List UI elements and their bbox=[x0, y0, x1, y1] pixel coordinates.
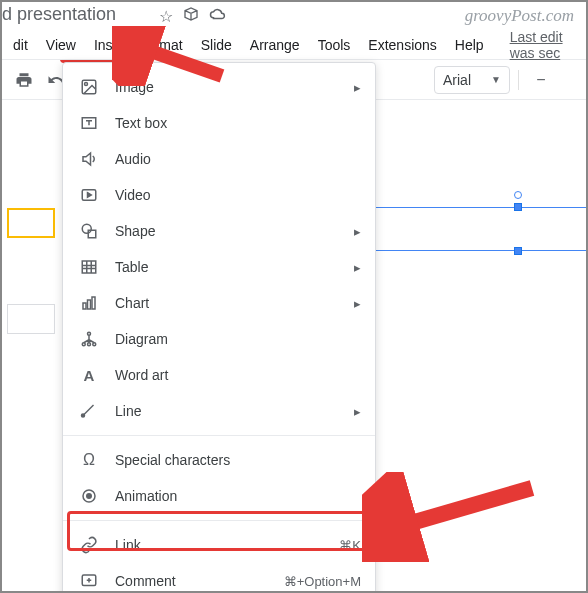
svg-rect-8 bbox=[88, 300, 91, 309]
title-row: d presentation ☆ groovyPost.com bbox=[2, 2, 586, 30]
menu-item-label: Video bbox=[115, 187, 361, 203]
image-icon bbox=[79, 77, 99, 97]
menu-edit[interactable]: dit bbox=[4, 33, 37, 57]
svg-rect-5 bbox=[88, 230, 96, 238]
svg-rect-9 bbox=[92, 297, 95, 309]
resize-handle[interactable] bbox=[514, 247, 522, 255]
menu-item-label: Audio bbox=[115, 151, 361, 167]
selection-edge bbox=[357, 207, 587, 208]
menu-item-diagram[interactable]: Diagram bbox=[63, 321, 375, 357]
move-icon[interactable] bbox=[183, 6, 199, 26]
menu-separator bbox=[63, 520, 375, 521]
menu-view[interactable]: View bbox=[37, 33, 85, 57]
menu-item-shape[interactable]: Shape▸ bbox=[63, 213, 375, 249]
chevron-down-icon: ▼ bbox=[491, 74, 501, 85]
menu-item-label: Line bbox=[115, 403, 354, 419]
animation-icon bbox=[79, 486, 99, 506]
submenu-arrow-icon: ▸ bbox=[354, 404, 361, 419]
resize-handle[interactable] bbox=[514, 203, 522, 211]
watermark: groovyPost.com bbox=[465, 6, 574, 26]
slide-thumbnail[interactable] bbox=[7, 304, 55, 334]
menu-item-label: Chart bbox=[115, 295, 354, 311]
font-selector[interactable]: Arial ▼ bbox=[434, 66, 510, 94]
menu-item-chart[interactable]: Chart▸ bbox=[63, 285, 375, 321]
submenu-arrow-icon: ▸ bbox=[354, 224, 361, 239]
audio-icon bbox=[79, 149, 99, 169]
star-icon[interactable]: ☆ bbox=[159, 7, 173, 26]
decrease-icon[interactable]: − bbox=[527, 66, 555, 94]
menu-slide[interactable]: Slide bbox=[192, 33, 241, 57]
shape-icon bbox=[79, 221, 99, 241]
svg-point-4 bbox=[82, 224, 91, 233]
submenu-arrow-icon: ▸ bbox=[354, 80, 361, 95]
comment-icon bbox=[79, 571, 99, 591]
svg-point-10 bbox=[88, 332, 91, 335]
menu-item-special-characters[interactable]: ΩSpecial characters bbox=[63, 442, 375, 478]
svg-point-12 bbox=[88, 343, 91, 346]
last-edit-link[interactable]: Last edit was sec bbox=[501, 25, 586, 65]
special-chars-icon: Ω bbox=[79, 450, 99, 470]
chart-icon bbox=[79, 293, 99, 313]
svg-point-11 bbox=[82, 343, 85, 346]
submenu-arrow-icon: ▸ bbox=[354, 260, 361, 275]
font-name: Arial bbox=[443, 72, 471, 88]
slide-thumbnail[interactable] bbox=[7, 208, 55, 238]
diagram-icon bbox=[79, 329, 99, 349]
menu-shortcut: ⌘K bbox=[339, 538, 361, 553]
doc-title[interactable]: d presentation bbox=[2, 4, 116, 25]
wordart-icon: A bbox=[79, 365, 99, 385]
menu-shortcut: ⌘+Option+M bbox=[284, 574, 361, 589]
menu-item-label: Word art bbox=[115, 367, 361, 383]
cloud-icon[interactable] bbox=[209, 7, 227, 25]
menubar: dit View Insert ormat Slide Arrange Tool… bbox=[2, 30, 586, 60]
thumbnail-strip bbox=[4, 102, 59, 589]
menu-insert[interactable]: Insert bbox=[85, 33, 138, 57]
textbox-icon bbox=[79, 113, 99, 133]
svg-rect-7 bbox=[83, 303, 86, 309]
slide-canvas[interactable]: ox bbox=[377, 102, 584, 589]
menu-item-link[interactable]: Link⌘K bbox=[63, 527, 375, 563]
print-icon[interactable] bbox=[10, 66, 38, 94]
menu-extensions[interactable]: Extensions bbox=[359, 33, 445, 57]
menu-item-label: Comment bbox=[115, 573, 284, 589]
menu-item-label: Shape bbox=[115, 223, 354, 239]
selected-textbox[interactable]: ox bbox=[357, 207, 587, 251]
line-icon bbox=[79, 401, 99, 421]
rotate-handle[interactable] bbox=[514, 191, 522, 199]
svg-rect-6 bbox=[82, 261, 96, 273]
menu-help[interactable]: Help bbox=[446, 33, 493, 57]
insert-dropdown: Image▸Text boxAudioVideoShape▸Table▸Char… bbox=[62, 62, 376, 593]
title-icons: ☆ bbox=[159, 6, 227, 26]
menu-item-table[interactable]: Table▸ bbox=[63, 249, 375, 285]
menu-item-video[interactable]: Video bbox=[63, 177, 375, 213]
submenu-arrow-icon: ▸ bbox=[354, 296, 361, 311]
selection-edge bbox=[357, 250, 587, 251]
menu-item-text-box[interactable]: Text box bbox=[63, 105, 375, 141]
video-icon bbox=[79, 185, 99, 205]
menu-tools[interactable]: Tools bbox=[309, 33, 360, 57]
link-icon bbox=[79, 535, 99, 555]
menu-item-label: Link bbox=[115, 537, 339, 553]
svg-point-16 bbox=[87, 494, 92, 499]
menu-arrange[interactable]: Arrange bbox=[241, 33, 309, 57]
menu-format[interactable]: ormat bbox=[138, 33, 192, 57]
menu-item-audio[interactable]: Audio bbox=[63, 141, 375, 177]
table-icon bbox=[79, 257, 99, 277]
separator bbox=[518, 70, 519, 90]
menu-item-label: Image bbox=[115, 79, 354, 95]
menu-item-word-art[interactable]: AWord art bbox=[63, 357, 375, 393]
menu-item-label: Special characters bbox=[115, 452, 361, 468]
menu-item-label: Text box bbox=[115, 115, 361, 131]
menu-item-label: Animation bbox=[115, 488, 361, 504]
menu-item-label: Table bbox=[115, 259, 354, 275]
menu-item-comment[interactable]: Comment⌘+Option+M bbox=[63, 563, 375, 593]
menu-item-label: Diagram bbox=[115, 331, 361, 347]
menu-item-image[interactable]: Image▸ bbox=[63, 69, 375, 105]
menu-item-animation[interactable]: Animation bbox=[63, 478, 375, 514]
menu-separator bbox=[63, 435, 375, 436]
svg-point-13 bbox=[93, 343, 96, 346]
svg-point-14 bbox=[82, 414, 85, 417]
svg-point-1 bbox=[85, 83, 88, 86]
menu-item-line[interactable]: Line▸ bbox=[63, 393, 375, 429]
